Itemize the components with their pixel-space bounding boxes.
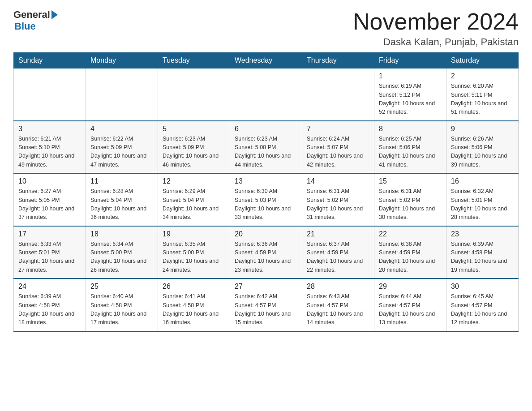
day-info: Sunrise: 6:44 AM Sunset: 4:57 PM Dayligh… [379,292,442,327]
day-number: 1 [379,72,442,80]
day-number: 25 [90,283,153,291]
day-info: Sunrise: 6:39 AM Sunset: 4:58 PM Dayligh… [451,240,514,275]
day-number: 27 [235,283,297,291]
calendar-cell: 13Sunrise: 6:30 AM Sunset: 5:03 PM Dayli… [230,173,302,226]
day-number: 30 [451,283,514,291]
day-number: 2 [451,72,514,80]
day-number: 24 [18,283,81,291]
calendar-header-row: SundayMondayTuesdayWednesdayThursdayFrid… [14,53,519,68]
calendar-cell: 2Sunrise: 6:20 AM Sunset: 5:11 PM Daylig… [446,68,519,121]
calendar-cell: 1Sunrise: 6:19 AM Sunset: 5:12 PM Daylig… [374,68,446,121]
day-number: 6 [235,125,297,133]
calendar-cell [14,68,86,121]
logo-blue-text: Blue [14,21,36,32]
day-info: Sunrise: 6:36 AM Sunset: 4:59 PM Dayligh… [235,240,297,275]
calendar-cell: 10Sunrise: 6:27 AM Sunset: 5:05 PM Dayli… [14,173,86,226]
calendar-week-row: 3Sunrise: 6:21 AM Sunset: 5:10 PM Daylig… [14,121,519,174]
calendar-week-row: 1Sunrise: 6:19 AM Sunset: 5:12 PM Daylig… [14,68,519,121]
day-info: Sunrise: 6:24 AM Sunset: 5:07 PM Dayligh… [307,135,369,170]
location: Daska Kalan, Punjab, Pakistan [353,36,519,48]
day-number: 13 [235,177,297,185]
calendar-header-tuesday: Tuesday [158,53,230,68]
page-header: General Blue November 2024 Daska Kalan, … [13,9,519,48]
calendar-cell: 7Sunrise: 6:24 AM Sunset: 5:07 PM Daylig… [302,121,374,174]
calendar-header-friday: Friday [374,53,446,68]
day-number: 22 [379,230,442,238]
day-info: Sunrise: 6:45 AM Sunset: 4:57 PM Dayligh… [451,292,514,327]
day-info: Sunrise: 6:25 AM Sunset: 5:06 PM Dayligh… [379,135,442,170]
calendar-week-row: 10Sunrise: 6:27 AM Sunset: 5:05 PM Dayli… [14,173,519,226]
logo-arrow-icon [51,10,58,19]
calendar-cell: 25Sunrise: 6:40 AM Sunset: 4:58 PM Dayli… [86,278,158,331]
calendar-cell: 17Sunrise: 6:33 AM Sunset: 5:01 PM Dayli… [14,226,86,279]
day-info: Sunrise: 6:27 AM Sunset: 5:05 PM Dayligh… [18,187,81,222]
day-number: 17 [18,230,81,238]
day-number: 26 [163,283,225,291]
day-number: 14 [307,177,369,185]
calendar-header-thursday: Thursday [302,53,374,68]
day-number: 8 [379,125,442,133]
calendar-cell [158,68,230,121]
day-number: 3 [18,125,81,133]
calendar-cell [230,68,302,121]
calendar-cell [86,68,158,121]
calendar-cell: 4Sunrise: 6:22 AM Sunset: 5:09 PM Daylig… [86,121,158,174]
calendar-cell: 15Sunrise: 6:31 AM Sunset: 5:02 PM Dayli… [374,173,446,226]
day-info: Sunrise: 6:40 AM Sunset: 4:58 PM Dayligh… [90,292,153,327]
day-number: 18 [90,230,153,238]
calendar-cell: 9Sunrise: 6:26 AM Sunset: 5:06 PM Daylig… [446,121,519,174]
calendar-cell: 28Sunrise: 6:43 AM Sunset: 4:57 PM Dayli… [302,278,374,331]
calendar-header-monday: Monday [86,53,158,68]
logo-general-text: General [13,9,50,21]
day-number: 15 [379,177,442,185]
day-number: 12 [163,177,225,185]
day-info: Sunrise: 6:20 AM Sunset: 5:11 PM Dayligh… [451,82,514,117]
calendar-cell: 23Sunrise: 6:39 AM Sunset: 4:58 PM Dayli… [446,226,519,279]
day-number: 5 [163,125,225,133]
calendar-table: SundayMondayTuesdayWednesdayThursdayFrid… [13,52,519,332]
calendar-cell: 26Sunrise: 6:41 AM Sunset: 4:58 PM Dayli… [158,278,230,331]
day-info: Sunrise: 6:35 AM Sunset: 5:00 PM Dayligh… [163,240,225,275]
day-number: 19 [163,230,225,238]
calendar-cell: 20Sunrise: 6:36 AM Sunset: 4:59 PM Dayli… [230,226,302,279]
calendar-cell: 27Sunrise: 6:42 AM Sunset: 4:57 PM Dayli… [230,278,302,331]
calendar-cell: 18Sunrise: 6:34 AM Sunset: 5:00 PM Dayli… [86,226,158,279]
day-number: 7 [307,125,369,133]
calendar-cell: 8Sunrise: 6:25 AM Sunset: 5:06 PM Daylig… [374,121,446,174]
calendar-cell: 5Sunrise: 6:23 AM Sunset: 5:09 PM Daylig… [158,121,230,174]
day-info: Sunrise: 6:33 AM Sunset: 5:01 PM Dayligh… [18,240,81,275]
day-info: Sunrise: 6:31 AM Sunset: 5:02 PM Dayligh… [379,187,442,222]
calendar-cell: 21Sunrise: 6:37 AM Sunset: 4:59 PM Dayli… [302,226,374,279]
day-number: 11 [90,177,153,185]
calendar-cell: 12Sunrise: 6:29 AM Sunset: 5:04 PM Dayli… [158,173,230,226]
calendar-cell: 29Sunrise: 6:44 AM Sunset: 4:57 PM Dayli… [374,278,446,331]
day-number: 9 [451,125,514,133]
day-info: Sunrise: 6:37 AM Sunset: 4:59 PM Dayligh… [307,240,369,275]
day-info: Sunrise: 6:29 AM Sunset: 5:04 PM Dayligh… [163,187,225,222]
day-info: Sunrise: 6:30 AM Sunset: 5:03 PM Dayligh… [235,187,297,222]
day-info: Sunrise: 6:22 AM Sunset: 5:09 PM Dayligh… [90,135,153,170]
day-info: Sunrise: 6:42 AM Sunset: 4:57 PM Dayligh… [235,292,297,327]
title-section: November 2024 Daska Kalan, Punjab, Pakis… [353,9,519,48]
day-info: Sunrise: 6:41 AM Sunset: 4:58 PM Dayligh… [163,292,225,327]
day-info: Sunrise: 6:32 AM Sunset: 5:01 PM Dayligh… [451,187,514,222]
calendar-cell: 30Sunrise: 6:45 AM Sunset: 4:57 PM Dayli… [446,278,519,331]
calendar-cell: 6Sunrise: 6:23 AM Sunset: 5:08 PM Daylig… [230,121,302,174]
day-info: Sunrise: 6:23 AM Sunset: 5:08 PM Dayligh… [235,135,297,170]
day-info: Sunrise: 6:38 AM Sunset: 4:59 PM Dayligh… [379,240,442,275]
day-number: 20 [235,230,297,238]
calendar-cell: 19Sunrise: 6:35 AM Sunset: 5:00 PM Dayli… [158,226,230,279]
calendar-cell: 14Sunrise: 6:31 AM Sunset: 5:02 PM Dayli… [302,173,374,226]
calendar-cell: 24Sunrise: 6:39 AM Sunset: 4:58 PM Dayli… [14,278,86,331]
day-info: Sunrise: 6:34 AM Sunset: 5:00 PM Dayligh… [90,240,153,275]
month-title: November 2024 [353,9,519,34]
day-info: Sunrise: 6:39 AM Sunset: 4:58 PM Dayligh… [18,292,81,327]
calendar-cell: 22Sunrise: 6:38 AM Sunset: 4:59 PM Dayli… [374,226,446,279]
calendar-header-sunday: Sunday [14,53,86,68]
logo: General Blue [13,9,58,32]
day-info: Sunrise: 6:31 AM Sunset: 5:02 PM Dayligh… [307,187,369,222]
day-number: 4 [90,125,153,133]
calendar-week-row: 24Sunrise: 6:39 AM Sunset: 4:58 PM Dayli… [14,278,519,331]
calendar-cell [302,68,374,121]
calendar-header-wednesday: Wednesday [230,53,302,68]
